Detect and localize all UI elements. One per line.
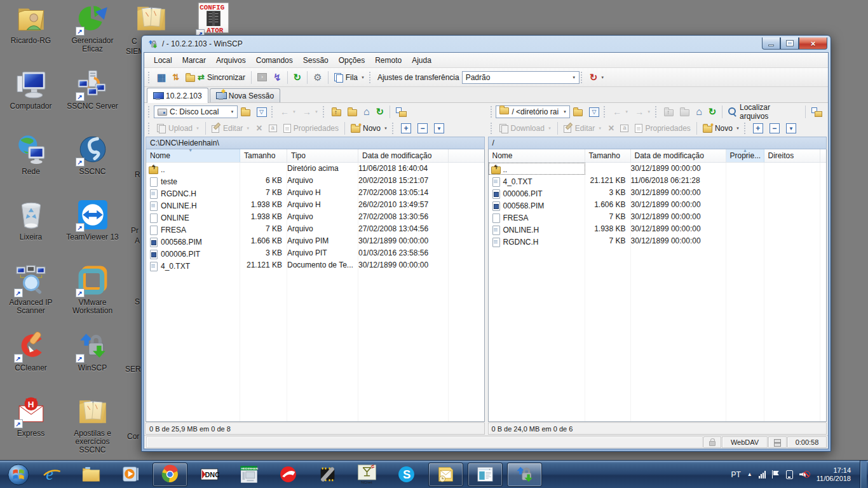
local-path-bar[interactable]: C:\DNC\Heidenhain\ [146,137,485,149]
desktop-icon[interactable]: Computador [0,68,62,133]
taskbar-app-button[interactable] [271,463,306,487]
refresh-panel-button[interactable]: ↻ [705,104,720,119]
open-terminal-button[interactable]: ↯ [270,70,285,85]
transfer-settings-select[interactable]: Padrão ▼ [462,71,580,84]
edit-button[interactable]: Editar▼ [208,121,253,136]
toolbar-grip[interactable] [148,123,151,134]
new-button[interactable]: Novo▼ [348,121,391,136]
menu-item[interactable]: Local [149,54,177,67]
rename-button[interactable] [266,121,280,136]
delete-button[interactable]: × [605,121,617,136]
column-header-type[interactable]: Tipo [287,149,358,162]
desktop-icon[interactable]: SSCNC [62,133,123,199]
file-name-cell[interactable]: 000568.PIM [489,199,585,211]
select-files-button[interactable]: + [750,121,766,136]
desktop-icon[interactable]: Gerenciador Eficaz [62,3,123,68]
column-header-size[interactable]: Tamanho [240,149,287,162]
parent-directory-button[interactable] [661,104,677,119]
file-row[interactable]: RGDNC.H 7 KB Arquivo H 27/02/2008 13:05:… [146,187,484,199]
column-header-date[interactable]: Data de modificação [631,149,726,162]
taskbar-app-button[interactable] [113,463,148,487]
menu-item[interactable]: Sessão [299,54,333,67]
transfer-mode-button[interactable]: ↻▼ [587,70,608,85]
directory-tree-button[interactable] [393,104,410,119]
taskbar-app-button[interactable] [507,463,542,487]
column-header-owner[interactable]: Proprie... [726,149,764,162]
synchronize-button[interactable]: ⇄Sincronizar [182,70,248,85]
desktop-icon[interactable]: TeamViewer 13 [62,199,123,264]
file-name-cell[interactable]: FRESA [489,211,585,223]
back-button[interactable]: ←▼ [277,104,299,119]
toolbar-grip[interactable] [323,106,326,118]
menu-item[interactable]: Ajuda [407,54,436,67]
file-name-cell[interactable]: ONLINE [146,211,240,223]
tab-new-session[interactable]: Nova Sessão [210,88,280,102]
select-files-button[interactable]: + [398,121,414,136]
file-row[interactable]: 4_0.TXT 21.121 KB 11/06/2018 06:21:28 [489,175,827,187]
tab-session-10-2-2-103[interactable]: 10.2.2.103 [147,88,208,103]
desktop-icon[interactable]: Ricardo-RG [0,3,62,68]
file-name-cell[interactable]: ONLINE.H [489,223,585,235]
hidden-icons-button[interactable]: ▲ [747,471,752,477]
toggle-panes-button[interactable]: ▦ [154,70,169,85]
toolbar-grip[interactable] [491,123,494,134]
file-row[interactable]: ONLINE.H 1.938 KB Arquivo H 26/02/2010 1… [146,199,484,211]
toolbar-grip[interactable] [655,106,658,118]
delete-button[interactable]: × [253,121,265,136]
file-name-cell[interactable]: 4_0.TXT [146,259,240,271]
toolbar-grip[interactable] [491,106,494,118]
taskbar-app-button[interactable] [192,463,227,487]
menu-item[interactable]: Opções [334,54,369,67]
upload-button[interactable]: Upload▼ [154,121,203,136]
file-row[interactable]: 000006.PIT 3 KB Arquivo PIT 01/03/2016 2… [146,247,484,259]
toolbar-grip[interactable] [604,106,607,118]
column-header-date[interactable]: Data de modificação [358,149,449,162]
queue-button[interactable]: Fila▼ [331,70,368,85]
file-row[interactable]: .. Diretório acima 11/06/2018 16:40:04 [146,163,484,175]
encryption-status[interactable] [703,437,721,448]
desktop-icon[interactable]: Express [0,395,62,461]
column-header-name[interactable]: Nome [146,149,240,162]
file-row[interactable]: FRESA 7 KB Arquivo 27/02/2008 13:04:56 [146,223,484,235]
file-name-cell[interactable]: .. [146,163,240,175]
parent-directory-button[interactable] [329,104,344,119]
remote-directory-select[interactable]: / <diretório rai ▼ [496,105,570,118]
forward-button[interactable]: →▼ [632,104,654,119]
file-row[interactable]: 000568.PIM 1.606 KB 30/12/1899 00:00:00 [489,199,827,211]
empty-list-area[interactable] [146,271,484,421]
remote-path-bar[interactable]: / [488,137,827,149]
desktop-icon[interactable] [135,1,168,37]
menu-item[interactable]: Comandos [252,54,297,67]
file-row[interactable]: 000568.PIM 1.606 KB Arquivo PIM 30/12/18… [146,235,484,247]
refresh-panel-button[interactable]: ↻ [373,104,388,119]
file-row[interactable]: ONLINE.H 1.938 KB 30/12/1899 00:00:00 [489,223,827,235]
empty-list-area[interactable] [489,247,827,421]
menu-item[interactable]: Remoto [370,54,406,67]
back-button[interactable]: ←▼ [609,104,632,119]
file-name-cell[interactable]: .. [489,163,585,175]
toolbar-grip[interactable] [369,72,372,83]
taskbar-app-button[interactable] [389,463,424,487]
clock[interactable]: 17:14 11/06/2018 [817,466,851,483]
desktop-icon[interactable]: CCleaner [0,330,62,395]
filter-button[interactable] [586,104,602,119]
file-row[interactable]: teste 6 KB Arquivo 20/02/2018 15:21:07 [146,175,484,187]
unselect-files-button[interactable]: − [766,121,783,136]
invert-selection-button[interactable]: ▼ [431,121,447,136]
file-name-cell[interactable]: 000006.PIT [146,247,240,259]
root-directory-button[interactable] [344,104,360,119]
taskbar-app-button[interactable] [310,463,345,487]
local-drive-select[interactable]: C: Disco Local ▼ [154,105,238,118]
toolbar-grip[interactable] [271,106,275,118]
menu-item[interactable]: Marcar [178,54,210,67]
start-button[interactable] [5,461,32,488]
file-row[interactable]: ONLINE 1.938 KB Arquivo 27/02/2008 13:30… [146,211,484,223]
console-button[interactable]: › [254,70,270,85]
desktop-icon[interactable]: Rede [0,133,62,199]
taskbar-app-button[interactable] [34,463,69,487]
file-name-cell[interactable]: RGDNC.H [146,187,240,199]
action-center-icon[interactable] [772,470,780,478]
file-name-cell[interactable]: 000568.PIM [146,235,240,247]
toolbar-grip[interactable] [392,123,395,134]
home-directory-button[interactable]: ⌂ [693,104,705,119]
